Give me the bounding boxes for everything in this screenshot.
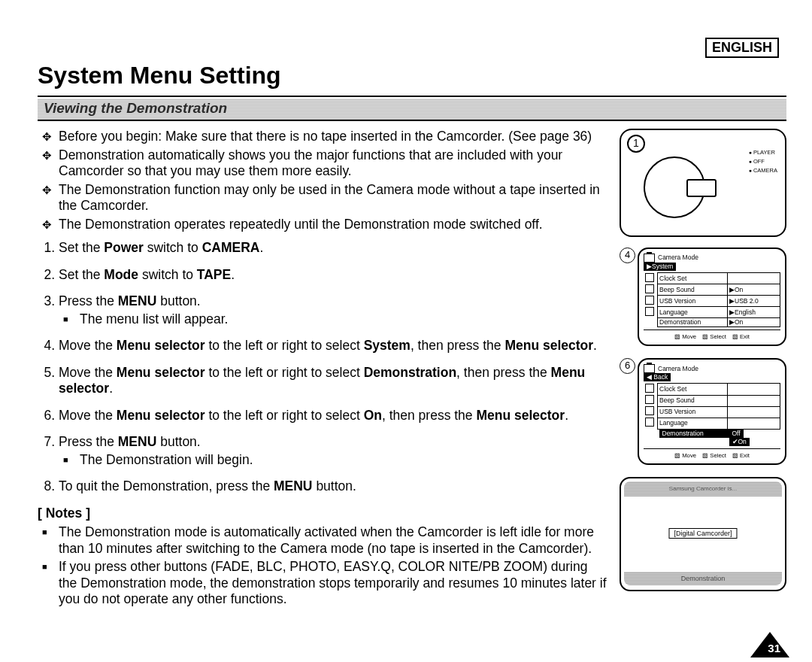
- notes-heading: [ Notes ]: [38, 506, 609, 522]
- intro-item: The Demonstration function may only be u…: [59, 182, 609, 214]
- notes-list: The Demonstration mode is automatically …: [38, 524, 609, 608]
- demo-badge: [Digital Camcorder]: [668, 528, 737, 539]
- step-1: Set the Power switch to CAMERA.: [59, 240, 609, 257]
- figure-number-1: 1: [627, 135, 645, 153]
- step-7: Press the MENU button. The Demonstration…: [59, 434, 609, 468]
- page-title: System Menu Setting: [38, 62, 786, 90]
- note-item: The Demonstration mode is automatically …: [59, 524, 609, 557]
- rule: [38, 96, 786, 97]
- menu-icon: [645, 418, 654, 427]
- osd-menu-6: Camera Mode ◀ Back Clock Set Beep Sound …: [638, 358, 786, 464]
- step-7-sub: The Demonstration will begin.: [80, 452, 609, 469]
- figure-demonstration: Samsung Camcorder is... [Digital Camcord…: [620, 477, 786, 591]
- step-4: Move the Menu selector to the left or ri…: [59, 338, 609, 354]
- language-box: ENGLISH: [705, 38, 779, 58]
- osd-back: ◀ Back: [644, 373, 671, 381]
- step-5: Move the Menu selector to the left or ri…: [59, 365, 609, 397]
- osd-footer: MoveSelectExit: [644, 452, 780, 460]
- page-number: 31: [768, 642, 780, 654]
- osd-table: Clock Set Beep Sound USB Version Languag…: [644, 383, 780, 445]
- step-3: Press the MENU button. The menu list wil…: [59, 293, 609, 327]
- step-3-sub: The menu list will appear.: [80, 311, 609, 328]
- demo-bottom-strip: Demonstration: [624, 572, 782, 585]
- osd-highlight-system: ▶System: [644, 263, 676, 271]
- osd-mode: Camera Mode: [658, 365, 698, 373]
- figure-number-4: 4: [620, 247, 635, 263]
- dial-labels: PLAYER OFF CAMERA: [749, 148, 777, 175]
- figure-6-wrap: 6 Camera Mode ◀ Back Clock Set Beep Soun…: [620, 358, 786, 473]
- intro-list: Before you begin: Make sure that there i…: [38, 129, 609, 232]
- figure-number-6: 6: [620, 358, 635, 374]
- demo-top-strip: Samsung Camcorder is...: [624, 481, 782, 496]
- intro-item: Demonstration automatically shows you th…: [59, 147, 609, 180]
- osd-mode: Camera Mode: [658, 254, 698, 262]
- menu-icon: [645, 395, 654, 404]
- step-2: Set the Mode switch to TAPE.: [59, 267, 609, 284]
- osd-demo-row: Demonstration: [659, 430, 732, 438]
- osd-demo-off: Off: [729, 430, 744, 438]
- section-title: Viewing the Demonstration: [38, 99, 786, 121]
- figure-4-wrap: 4 Camera Mode ▶System Clock Set Beep Sou…: [620, 247, 786, 355]
- figures-column: 1 PLAYER OFF CAMERA 4 Camera Mode ▶Syste…: [620, 126, 786, 615]
- intro-item: Before you begin: Make sure that there i…: [59, 129, 609, 145]
- dial-icon: [644, 156, 705, 218]
- note-item: If you press other buttons (FADE, BLC, P…: [59, 559, 609, 608]
- body-text: Before you begin: Make sure that there i…: [38, 126, 609, 615]
- menu-icon: [645, 307, 654, 316]
- manual-page: ENGLISH System Menu Setting Viewing the …: [0, 0, 812, 662]
- camera-icon: [644, 254, 655, 263]
- menu-icon: [645, 406, 654, 415]
- osd-footer: MoveSelectExit: [644, 333, 780, 341]
- menu-icon: [645, 384, 654, 393]
- osd-table: Clock Set Beep Sound▶On USB Version▶USB …: [644, 272, 780, 327]
- menu-icon: [645, 273, 654, 282]
- menu-icon: [645, 284, 654, 293]
- steps-list: Set the Power switch to CAMERA. Set the …: [38, 240, 609, 495]
- menu-icon: [645, 296, 654, 305]
- step-8: To quit the Demonstration, press the MEN…: [59, 478, 609, 495]
- osd-demo-on: ✔On: [729, 438, 750, 446]
- figure-power-dial: 1 PLAYER OFF CAMERA: [620, 129, 786, 237]
- camera-icon: [644, 364, 655, 373]
- intro-item: The Demonstration operates repeatedly un…: [59, 217, 609, 233]
- step-6: Move the Menu selector to the left or ri…: [59, 408, 609, 424]
- osd-menu-4: Camera Mode ▶System Clock Set Beep Sound…: [638, 247, 786, 346]
